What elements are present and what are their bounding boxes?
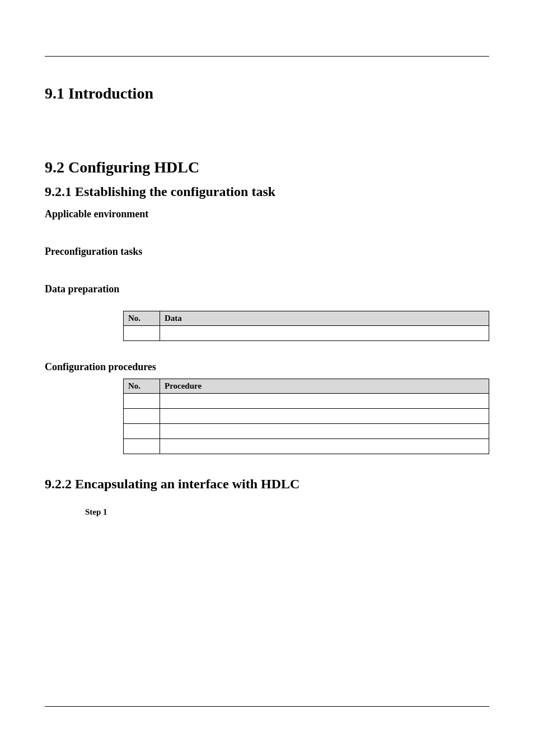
col-header-data: Data — [160, 311, 489, 326]
data-preparation-table: No. Data — [123, 311, 489, 341]
cell-no — [124, 424, 160, 439]
table-header-row: No. Procedure — [124, 379, 489, 394]
cell-no — [124, 394, 160, 409]
table-header-row: No. Data — [124, 311, 489, 326]
table-row — [124, 409, 489, 424]
configuration-procedures-table: No. Procedure — [123, 379, 489, 454]
cell-procedure — [160, 439, 489, 454]
cell-procedure — [160, 409, 489, 424]
step-1-label: Step 1 — [85, 507, 489, 517]
table-row — [124, 424, 489, 439]
cell-no — [124, 439, 160, 454]
col-header-no: No. — [124, 379, 160, 394]
col-header-procedure: Procedure — [160, 379, 489, 394]
cell-no — [124, 409, 160, 424]
col-header-no: No. — [124, 311, 160, 326]
table-row — [124, 439, 489, 454]
table-row — [124, 326, 489, 341]
page-header — [45, 40, 489, 56]
table-row — [124, 394, 489, 409]
heading-9-2: 9.2 Configuring HDLC — [45, 158, 489, 176]
heading-9-2-2: 9.2.2 Encapsulating an interface with HD… — [45, 477, 489, 492]
cell-procedure — [160, 394, 489, 409]
heading-data-preparation: Data preparation — [45, 283, 489, 295]
heading-preconfiguration-tasks: Preconfiguration tasks — [45, 246, 489, 258]
cell-no — [124, 326, 160, 341]
heading-applicable-environment: Applicable environment — [45, 208, 489, 220]
cell-data — [160, 326, 489, 341]
heading-configuration-procedures: Configuration procedures — [45, 361, 489, 373]
header-rule — [45, 56, 489, 57]
heading-9-2-1: 9.2.1 Establishing the configuration tas… — [45, 184, 489, 199]
footer-rule — [45, 706, 489, 707]
cell-procedure — [160, 424, 489, 439]
heading-9-1: 9.1 Introduction — [45, 85, 489, 102]
